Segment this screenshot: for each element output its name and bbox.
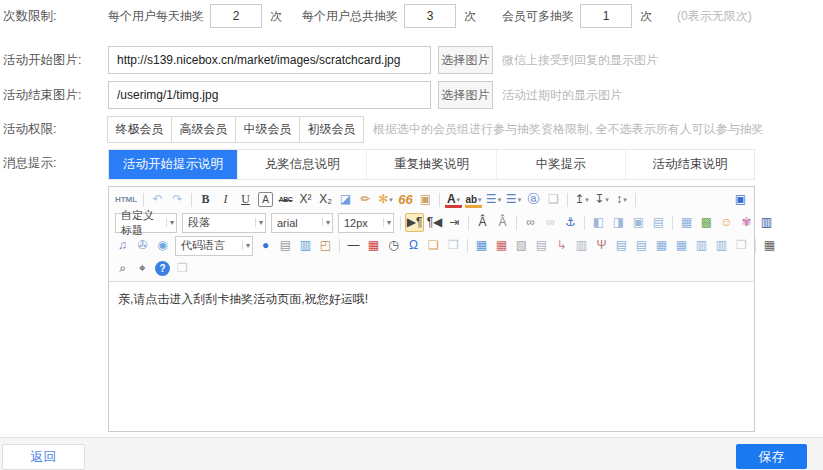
tab-redeem-info[interactable]: 兑奖信息说明 <box>237 150 366 179</box>
end-image-pick-button[interactable]: 选择图片 <box>438 81 493 109</box>
tab-activity-start-tip[interactable]: 活动开始提示说明 <box>109 150 237 179</box>
auto-typeset-icon[interactable]: ✻▾ <box>376 190 395 209</box>
insert-video-icon[interactable]: ▥ <box>757 213 776 232</box>
direction-rtl-icon[interactable]: ¶◀ <box>425 213 444 232</box>
bold-icon[interactable]: B <box>196 190 215 209</box>
member-extra-input[interactable] <box>580 4 632 28</box>
paragraph-spacing-bottom-icon[interactable]: ↧▾ <box>592 190 611 209</box>
word-image-icon[interactable]: ❐ <box>444 236 463 255</box>
insert-time-icon[interactable]: ◷ <box>384 236 403 255</box>
insert-image-icon[interactable]: ▦ <box>677 213 696 232</box>
custom-title-select[interactable]: 自定义标题▾ <box>115 213 177 233</box>
message-tabbar: 活动开始提示说明 兑奖信息说明 重复抽奖说明 中奖提示 活动结束说明 <box>108 149 755 180</box>
table-style-5-icon[interactable]: ▥ <box>692 236 711 255</box>
total-input[interactable] <box>404 4 456 28</box>
start-image-label: 活动开始图片: <box>0 52 108 69</box>
emotion-icon[interactable]: ☺ <box>717 213 736 232</box>
paragraph-select[interactable]: 段落▾ <box>182 213 266 233</box>
table-title-icon[interactable]: ▧ <box>512 236 531 255</box>
paragraph-spacing-top-icon[interactable]: ↥▾ <box>572 190 591 209</box>
insert-columns-icon[interactable]: ▥ <box>296 236 315 255</box>
font-color-icon[interactable]: A▾ <box>444 190 463 209</box>
char-spacing-wide-icon[interactable]: Â <box>473 213 492 232</box>
superscript-icon[interactable]: X² <box>296 190 315 209</box>
insert-code-icon[interactable]: ● <box>256 236 275 255</box>
table-style-2-icon[interactable]: ▤ <box>632 236 651 255</box>
snap-screen-icon[interactable]: ❏ <box>424 236 443 255</box>
insert-link-icon[interactable]: ∞ <box>521 213 540 232</box>
member-option-senior[interactable]: 高级会员 <box>171 116 236 143</box>
table-style-3-icon[interactable]: ▦ <box>652 236 671 255</box>
strikethrough-icon[interactable]: ABC <box>276 190 295 209</box>
code-language-select[interactable]: 代码语言▾ <box>175 236 253 256</box>
image-align-center-icon[interactable]: ▣ <box>629 213 648 232</box>
undo-icon[interactable]: ↶ <box>148 190 167 209</box>
line-height-icon[interactable]: ↕▾ <box>612 190 631 209</box>
find-replace-icon[interactable]: ⌖ <box>133 259 152 278</box>
insert-music-icon[interactable]: ♫ <box>113 236 132 255</box>
fullscreen-icon[interactable]: ▣ <box>731 190 750 209</box>
member-option-ultimate[interactable]: 终极会员 <box>107 116 172 143</box>
back-button[interactable]: 返回 <box>2 444 85 470</box>
print-icon[interactable]: ▦ <box>760 236 779 255</box>
italic-icon[interactable]: I <box>216 190 235 209</box>
subscript-icon[interactable]: X₂ <box>316 190 335 209</box>
remove-link-icon[interactable]: ∞ <box>541 213 560 232</box>
editor-content[interactable]: 亲,请点击进入刮刮卡抽奖活动页面,祝您好运哦! <box>109 282 754 431</box>
special-chars-icon[interactable]: Ω <box>404 236 423 255</box>
end-image-input[interactable] <box>108 81 431 109</box>
indent-icon[interactable]: ⇥ <box>445 213 464 232</box>
doc-file-icon[interactable]: ❐ <box>732 236 751 255</box>
start-image-input[interactable] <box>108 46 431 74</box>
paste-plain-icon[interactable]: ▣ <box>416 190 435 209</box>
image-manager-icon[interactable]: ▩ <box>697 213 716 232</box>
ordered-list-icon[interactable]: ☰▾ <box>484 190 503 209</box>
table-style-6-icon[interactable]: ▥ <box>712 236 731 255</box>
eraser-icon[interactable]: ◪ <box>336 190 355 209</box>
image-align-left-icon[interactable]: ◧ <box>589 213 608 232</box>
scrawl-icon[interactable]: ✾ <box>737 213 756 232</box>
image-align-right-icon[interactable]: ◨ <box>609 213 628 232</box>
drafts-icon[interactable]: ❐ <box>173 259 192 278</box>
redo-icon[interactable]: ↷ <box>168 190 187 209</box>
delete-table-icon[interactable]: ▦ <box>492 236 511 255</box>
insert-date-icon[interactable]: ▦ <box>364 236 383 255</box>
attachment-icon[interactable]: ✇ <box>133 236 152 255</box>
save-button[interactable]: 保存 <box>736 444 807 469</box>
split-cells-icon[interactable]: ↳ <box>552 236 571 255</box>
preview-icon[interactable]: ⌕ <box>113 259 132 278</box>
table-style-4-icon[interactable]: ▦ <box>672 236 691 255</box>
insert-table-icon[interactable]: ▦ <box>472 236 491 255</box>
direction-ltr-icon[interactable]: ▶¶ <box>405 213 424 232</box>
clear-doc-icon[interactable]: ❏ <box>544 190 563 209</box>
blockquote-icon[interactable]: 66 <box>396 190 415 209</box>
format-painter-icon[interactable]: ✏ <box>356 190 375 209</box>
merge-cells-icon[interactable]: ▤ <box>532 236 551 255</box>
per-day-input[interactable] <box>210 4 262 28</box>
page-break-icon[interactable]: ▤ <box>276 236 295 255</box>
delete-row-icon[interactable]: Ψ <box>592 236 611 255</box>
insert-anchor-icon[interactable]: ⚓ <box>561 213 580 232</box>
tab-activity-end[interactable]: 活动结束说明 <box>625 150 754 179</box>
member-option-middle[interactable]: 中级会员 <box>235 116 300 143</box>
map-icon[interactable]: ◉ <box>153 236 172 255</box>
font-size-select[interactable]: 12px▾ <box>338 213 394 233</box>
member-option-junior[interactable]: 初级会员 <box>299 116 364 143</box>
tab-repeat-draw[interactable]: 重复抽奖说明 <box>366 150 495 179</box>
font-family-select[interactable]: arial▾ <box>271 213 333 233</box>
image-block-icon[interactable]: ▤ <box>649 213 668 232</box>
char-spacing-narrow-icon[interactable]: Â <box>493 213 512 232</box>
insert-column-icon[interactable]: ▥ <box>572 236 591 255</box>
source-code-icon[interactable]: HTML <box>113 190 139 209</box>
font-border-icon[interactable]: A <box>258 192 273 207</box>
anchor-style-icon[interactable]: ⓐ <box>524 190 543 209</box>
highlight-color-icon[interactable]: ab▾ <box>464 190 483 209</box>
tab-win-tip[interactable]: 中奖提示 <box>496 150 625 179</box>
unordered-list-icon[interactable]: ☰▾ <box>504 190 523 209</box>
start-image-pick-button[interactable]: 选择图片 <box>438 46 493 74</box>
underline-icon[interactable]: U <box>236 190 255 209</box>
horizontal-rule-icon[interactable]: — <box>344 236 363 255</box>
template-icon[interactable]: ◰ <box>316 236 335 255</box>
table-style-1-icon[interactable]: ▤ <box>612 236 631 255</box>
help-icon[interactable]: ? <box>155 261 170 276</box>
